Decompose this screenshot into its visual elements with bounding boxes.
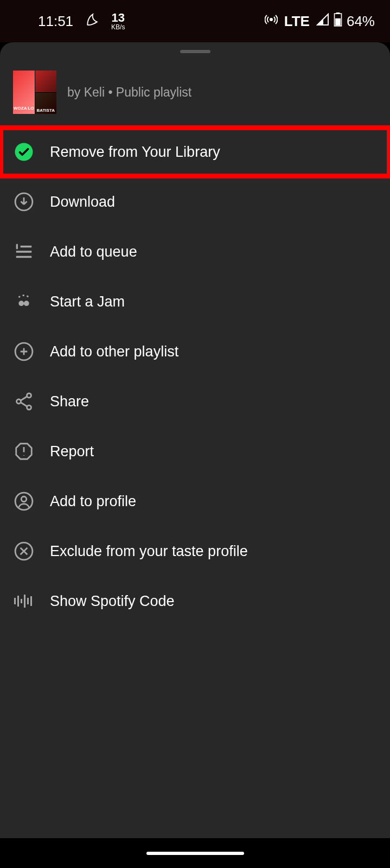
svg-point-6: [20, 302, 23, 305]
menu-share[interactable]: Share: [0, 376, 390, 426]
pdf-icon: [85, 12, 99, 30]
svg-rect-16: [17, 596, 19, 607]
exclude-icon: [13, 540, 35, 562]
menu-remove-from-library[interactable]: Remove from Your Library: [0, 127, 390, 177]
menu-add-to-queue[interactable]: Add to queue: [0, 227, 390, 277]
battery-percent: 64%: [347, 13, 375, 30]
playlist-cover: WOZA LO BATISTA: [13, 71, 56, 114]
network-type: LTE: [284, 13, 310, 30]
menu-label: Share: [50, 393, 89, 410]
spotify-code-icon: [13, 590, 35, 612]
menu-add-to-profile[interactable]: Add to profile: [0, 476, 390, 526]
svg-point-0: [270, 18, 272, 21]
menu-label: Add to other playlist: [50, 343, 178, 360]
svg-point-13: [21, 496, 27, 502]
menu-label: Exclude from your taste profile: [50, 543, 248, 560]
menu-label: Download: [50, 194, 115, 210]
status-left: 11:51 13 KB/s: [38, 12, 125, 30]
menu-label: Report: [50, 443, 94, 460]
menu-download[interactable]: Download: [0, 177, 390, 227]
jam-icon: [13, 291, 35, 312]
menu-label: Add to profile: [50, 493, 136, 510]
add-circle-icon: [13, 341, 35, 362]
menu-start-jam[interactable]: Start a Jam: [0, 277, 390, 327]
home-indicator[interactable]: [146, 852, 244, 855]
svg-rect-18: [24, 595, 25, 608]
status-bar: 11:51 13 KB/s LTE 64%: [0, 0, 390, 42]
menu-add-to-playlist[interactable]: Add to other playlist: [0, 327, 390, 376]
svg-rect-3: [335, 18, 341, 25]
context-menu: Remove from Your Library Download Add to…: [0, 127, 390, 626]
drag-handle[interactable]: [180, 50, 210, 53]
status-right: LTE 64%: [265, 12, 375, 30]
svg-rect-15: [14, 598, 16, 604]
playlist-header: WOZA LO BATISTA by Keli • Public playlis…: [0, 66, 390, 124]
menu-label: Start a Jam: [50, 293, 125, 310]
check-circle-icon: [13, 141, 35, 163]
report-icon: [13, 441, 35, 462]
menu-label: Add to queue: [50, 244, 137, 260]
status-time: 11:51: [38, 13, 73, 30]
svg-rect-19: [27, 598, 29, 604]
menu-label: Remove from Your Library: [50, 144, 220, 161]
menu-label: Show Spotify Code: [50, 593, 175, 610]
network-speed: 13 KB/s: [111, 12, 125, 30]
download-icon: [13, 191, 35, 213]
menu-exclude-taste[interactable]: Exclude from your taste profile: [0, 526, 390, 576]
svg-rect-20: [30, 596, 32, 606]
queue-icon: [13, 241, 35, 263]
playlist-meta: by Keli • Public playlist: [67, 85, 191, 100]
signal-icon: [316, 13, 329, 30]
menu-spotify-code[interactable]: Show Spotify Code: [0, 576, 390, 626]
battery-icon: [334, 12, 342, 30]
share-icon: [13, 391, 35, 412]
bottom-sheet: WOZA LO BATISTA by Keli • Public playlis…: [0, 42, 390, 838]
svg-point-7: [24, 302, 28, 305]
android-nav-bar[interactable]: [0, 838, 390, 868]
profile-icon: [13, 490, 35, 512]
svg-rect-17: [21, 599, 22, 603]
menu-report[interactable]: Report: [0, 426, 390, 476]
hotspot-icon: [265, 13, 278, 30]
